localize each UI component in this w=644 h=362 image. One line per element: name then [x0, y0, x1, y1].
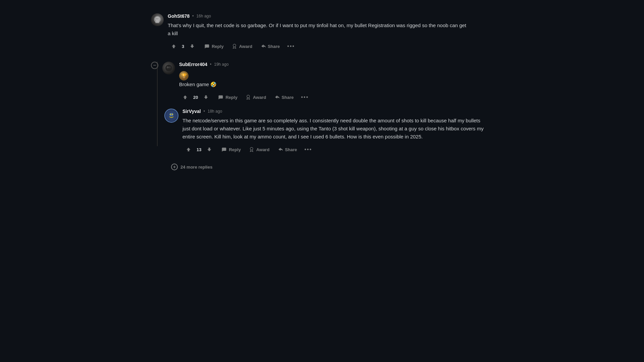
svg-point-2: [156, 18, 157, 19]
comment-text: The netcode/servers in this game are so …: [182, 117, 484, 141]
comment-item: SirVyval • 18h ago The netcode/servers i…: [164, 109, 500, 154]
award-button[interactable]: Award: [242, 93, 270, 102]
award-icon: [246, 95, 251, 100]
upvote-icon: [182, 95, 188, 100]
svg-point-8: [247, 95, 250, 98]
comments-section: GohSt678 • 16h ago That's why I quit, th…: [138, 0, 506, 186]
more-options-button[interactable]: •••: [302, 145, 315, 154]
thread-wrapper: − SubError404 • 19h ago 🏆 Broken game 🤣: [151, 62, 500, 173]
vote-count: 13: [197, 147, 201, 152]
separator: •: [210, 62, 211, 67]
upvote-button[interactable]: [179, 93, 191, 102]
timestamp: 18h ago: [208, 109, 222, 114]
share-button[interactable]: Share: [257, 42, 283, 51]
downvote-icon: [207, 147, 212, 152]
reply-icon: [218, 95, 223, 100]
comment-item: GohSt678 • 16h ago That's why I quit, th…: [144, 13, 500, 51]
timestamp: 19h ago: [214, 62, 228, 67]
vote-section: 13: [182, 145, 215, 154]
reply-button[interactable]: Reply: [201, 42, 227, 51]
svg-point-13: [250, 147, 253, 150]
share-button[interactable]: Share: [271, 93, 297, 102]
share-icon: [274, 95, 279, 100]
reply-button[interactable]: Reply: [215, 93, 240, 102]
share-icon: [277, 147, 283, 152]
downvote-button[interactable]: [203, 145, 215, 154]
award-badge: 🏆: [179, 71, 189, 80]
avatar: [164, 109, 178, 123]
svg-point-4: [233, 44, 236, 47]
share-icon: [260, 44, 266, 49]
downvote-button[interactable]: [200, 93, 212, 102]
svg-point-7: [169, 66, 171, 68]
sub-thread-wrapper: SirVyval • 18h ago The netcode/servers i…: [164, 109, 500, 154]
comment-header: SubError404 • 19h ago: [179, 62, 500, 67]
username: GohSt678: [168, 13, 190, 19]
comment-body: SubError404 • 19h ago 🏆 Broken game 🤣 20: [179, 62, 500, 102]
svg-point-5: [165, 65, 172, 71]
more-options-button[interactable]: •••: [299, 93, 312, 102]
upvote-icon: [171, 44, 176, 49]
upvote-button[interactable]: [168, 42, 180, 51]
avatar: [162, 62, 175, 74]
comment-header: SirVyval • 18h ago: [182, 109, 500, 114]
comment-header: GohSt678 • 16h ago: [168, 13, 500, 19]
vote-section: 3: [168, 42, 198, 51]
vote-section: 20: [179, 93, 212, 102]
award-button[interactable]: Award: [246, 145, 273, 154]
award-icon: [232, 44, 237, 49]
reply-icon: [221, 147, 227, 152]
award-icon: [249, 147, 254, 152]
svg-point-12: [172, 114, 173, 115]
upvote-icon: [186, 147, 191, 152]
username: SubError404: [179, 62, 207, 67]
expand-replies-button[interactable]: + 24 more replies: [151, 161, 500, 173]
username: SirVyval: [182, 109, 201, 114]
more-options-button[interactable]: •••: [284, 42, 298, 51]
separator: •: [192, 14, 194, 18]
svg-point-11: [170, 114, 171, 115]
reply-button[interactable]: Reply: [218, 145, 244, 154]
downvote-icon: [203, 95, 209, 100]
svg-point-3: [158, 18, 159, 19]
downvote-button[interactable]: [186, 42, 198, 51]
avatar: [151, 13, 164, 26]
thread-line: [157, 62, 158, 146]
action-bar: 3 Reply Awa: [168, 42, 500, 51]
expand-icon: +: [171, 164, 178, 170]
collapse-button[interactable]: −: [151, 62, 158, 69]
action-bar: 20 Reply: [179, 93, 500, 102]
award-button[interactable]: Award: [228, 42, 256, 51]
svg-rect-1: [155, 21, 159, 23]
more-replies-text: 24 more replies: [180, 165, 212, 170]
timestamp: 16h ago: [197, 14, 211, 18]
separator: •: [204, 109, 205, 114]
vote-count: 3: [182, 44, 184, 49]
downvote-icon: [190, 44, 195, 49]
comment-item: − SubError404 • 19h ago 🏆 Broken game 🤣: [151, 62, 500, 102]
svg-point-0: [155, 17, 159, 21]
action-bar: 13 Reply: [182, 145, 500, 154]
comment-text: Broken game 🤣: [179, 80, 481, 88]
upvote-button[interactable]: [182, 145, 195, 154]
svg-point-6: [167, 66, 169, 68]
comment-text: That's why I quit, the net code is so ga…: [168, 21, 470, 38]
reply-icon: [204, 44, 210, 49]
comment-body: SirVyval • 18h ago The netcode/servers i…: [182, 109, 500, 154]
vote-count: 20: [193, 95, 198, 100]
comment-body: GohSt678 • 16h ago That's why I quit, th…: [168, 13, 500, 51]
share-button[interactable]: Share: [274, 145, 300, 154]
